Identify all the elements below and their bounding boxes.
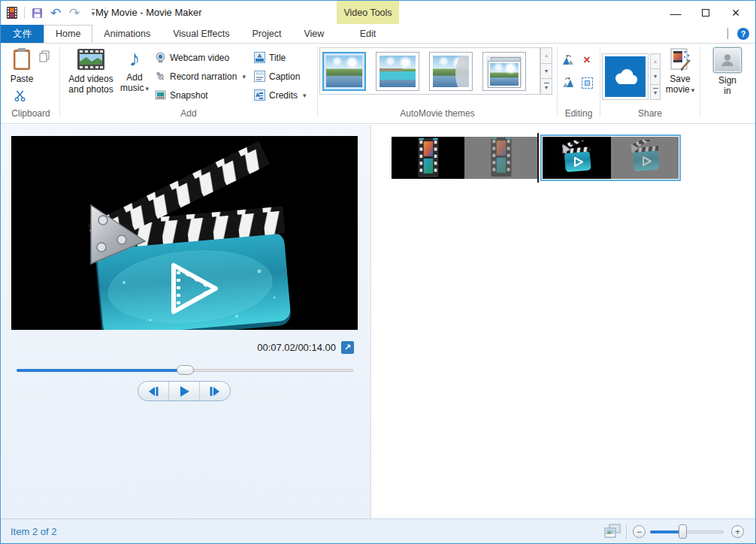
- ribbon-tab-row: 文件 Home Animations Visual Effects Projec…: [1, 25, 755, 44]
- window-title: My Movie - Movie Maker: [95, 7, 202, 18]
- zoom-out-button[interactable]: −: [633, 525, 646, 538]
- sign-in-button[interactable]: Sign in: [710, 47, 745, 96]
- fullscreen-button[interactable]: ↗: [341, 341, 354, 354]
- theme-thumbnail-default[interactable]: [322, 52, 366, 91]
- webcam-video-button[interactable]: Webcam video: [155, 52, 229, 63]
- add-videos-and-photos-button[interactable]: Add videos and photos: [66, 47, 116, 95]
- group-share: ▴ ▾ ▾ Save movie▾ Share: [600, 44, 700, 123]
- rotate-left-button[interactable]: [561, 53, 576, 68]
- add-music-button[interactable]: ♪ Add music▾: [119, 47, 150, 94]
- title-label: Title: [269, 53, 286, 63]
- group-add: Add videos and photos ♪ Add music▾ Webca…: [60, 44, 317, 123]
- next-frame-button[interactable]: [199, 382, 230, 400]
- save-movie-button[interactable]: Save movie▾: [664, 47, 697, 95]
- sign-in-label-line2: in: [724, 86, 730, 96]
- add-music-label-line1: Add: [126, 72, 142, 83]
- paste-button[interactable]: Paste: [7, 47, 37, 84]
- credits-icon: A: [254, 89, 265, 101]
- onedrive-share-button[interactable]: [605, 56, 646, 97]
- share-more-button[interactable]: ▾: [650, 85, 661, 100]
- credits-button[interactable]: A Credits ▾: [254, 89, 307, 101]
- filmstrip-photo-icon: [77, 47, 105, 71]
- share-scroll-up-button[interactable]: ▴: [650, 53, 661, 69]
- redo-button[interactable]: ↷: [68, 6, 81, 20]
- select-all-button[interactable]: [579, 75, 594, 90]
- title-button[interactable]: A Title: [254, 52, 286, 63]
- zoom-in-button[interactable]: +: [731, 525, 744, 538]
- undo-button[interactable]: ↶: [49, 6, 62, 20]
- add-music-label-line2: music: [120, 83, 144, 93]
- scissors-icon: [14, 90, 26, 101]
- clip-2-selected[interactable]: [540, 134, 681, 181]
- tab-animations[interactable]: Animations: [92, 25, 162, 43]
- paste-label: Paste: [11, 74, 34, 84]
- dropdown-arrow-icon: ▾: [145, 85, 149, 92]
- group-label-add: Add: [60, 108, 317, 119]
- rotate-right-button[interactable]: [561, 75, 576, 90]
- share-scroll-down-button[interactable]: ▾: [650, 69, 661, 84]
- rotate-left-icon: [561, 54, 575, 66]
- tab-visual-effects[interactable]: Visual Effects: [162, 25, 240, 43]
- quick-access-toolbar: ↶ ↷ ▾: [5, 5, 106, 21]
- divider: [24, 7, 25, 19]
- preview-pane: 00:07.02/00:14.00 ↗: [2, 125, 371, 518]
- zoom-thumb[interactable]: [679, 524, 687, 539]
- timecode-display: 00:07.02/00:14.00: [257, 342, 336, 353]
- snapshot-button[interactable]: Snapshot: [155, 89, 208, 101]
- app-icon[interactable]: [5, 6, 19, 20]
- divider: [626, 524, 627, 539]
- theme-thumbnail-contemporary[interactable]: [376, 52, 419, 91]
- save-movie-label-line1: Save: [670, 74, 690, 84]
- remove-button[interactable]: ×: [579, 53, 594, 68]
- theme-thumbnail-fade[interactable]: [482, 52, 526, 91]
- gallery-more-button[interactable]: ▾: [540, 79, 552, 95]
- tab-edit[interactable]: Edit: [337, 25, 399, 43]
- maximize-button[interactable]: [691, 4, 721, 22]
- customize-toolbar-button[interactable]: ▾: [92, 9, 95, 17]
- zoom-slider[interactable]: [650, 519, 724, 544]
- save-movie-icon: [669, 47, 691, 71]
- sign-in-label-line1: Sign: [718, 75, 736, 86]
- thumbnail-view-icon: [603, 524, 621, 539]
- gallery-scrollbar: ▴ ▾ ▾: [540, 47, 552, 95]
- playback-controls: [138, 381, 231, 401]
- group-label-editing: Editing: [558, 108, 600, 119]
- previous-frame-icon: [147, 387, 159, 396]
- microphone-icon: [155, 71, 166, 82]
- gallery-scroll-down-button[interactable]: ▾: [540, 64, 552, 80]
- tab-project[interactable]: Project: [240, 25, 292, 43]
- clip-2-frame-1[interactable]: [543, 137, 611, 179]
- seek-thumb[interactable]: [177, 365, 194, 375]
- snapshot-label: Snapshot: [170, 90, 208, 101]
- previous-frame-button[interactable]: [138, 382, 168, 400]
- close-button[interactable]: ×: [721, 4, 751, 22]
- seek-progress: [17, 369, 185, 372]
- record-narration-button[interactable]: Record narration ▾: [155, 71, 246, 82]
- webcam-video-label: Webcam video: [170, 53, 229, 63]
- tab-home[interactable]: Home: [44, 25, 92, 43]
- thumbnail-size-button[interactable]: [603, 524, 621, 542]
- clip-2-frame-2[interactable]: [611, 137, 679, 179]
- dropdown-arrow-icon: ▾: [242, 73, 246, 80]
- collapse-ribbon-button[interactable]: [727, 29, 728, 39]
- copy-button[interactable]: [38, 50, 50, 65]
- save-button[interactable]: [30, 6, 44, 20]
- clip-1-frame-2[interactable]: [464, 137, 537, 179]
- dropdown-arrow-icon: ▾: [691, 86, 695, 94]
- person-icon: [713, 47, 742, 73]
- gallery-scroll-up-button[interactable]: ▴: [540, 47, 552, 64]
- play-button[interactable]: [168, 382, 199, 400]
- caption-button[interactable]: Caption: [254, 71, 300, 82]
- clip-1-frame-1[interactable]: [392, 137, 464, 179]
- playhead[interactable]: [537, 133, 539, 183]
- cut-button[interactable]: [14, 90, 26, 104]
- automovie-themes-gallery: [319, 47, 540, 95]
- seek-bar[interactable]: [17, 365, 353, 376]
- tab-file[interactable]: 文件: [1, 25, 44, 43]
- group-label-automovie: AutoMovie themes: [318, 108, 557, 119]
- minimize-button[interactable]: —: [661, 4, 691, 22]
- theme-thumbnail-cinematic[interactable]: [429, 52, 473, 91]
- tab-view[interactable]: View: [292, 25, 335, 43]
- help-icon[interactable]: ?: [737, 28, 749, 40]
- onedrive-cloud-icon: [610, 67, 640, 86]
